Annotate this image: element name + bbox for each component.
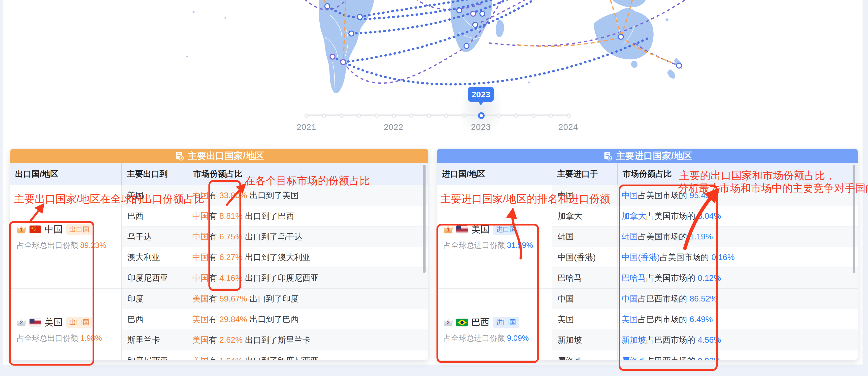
timeline-dot[interactable] [531,114,536,118]
target-country: 巴西 [122,309,188,329]
new-zealand-south-shape [667,69,675,79]
timeline-dot[interactable] [305,114,309,118]
market-share-sentence: 中国(香港)占美国市场的0.16% [618,247,858,267]
table-row: 新加坡新加坡占巴西市场的4.56% [552,330,858,350]
actor-country: 中国 [192,252,209,263]
actor-country: 加拿大 [622,211,646,222]
market-share-sentence: 加拿大占美国市场的3.04% [618,206,858,226]
import-table-scrollbar[interactable] [852,165,855,273]
target-country: 斯里兰卡 [122,330,188,350]
actor-country: 美国 [622,314,638,325]
market-share-sentence: 中国有6.27%出口到了澳大利亚 [188,247,428,267]
export-group-rows: 美国中国有33.80%出口到了美国 巴西中国有8.81%出口到了巴西 乌干达中国… [122,185,428,288]
market-share-sentence: 美国有29.84%出口到了巴西 [188,309,428,329]
market-share-sentence: 美国占巴西市场的6.49% [618,309,858,329]
share-percent: 29.84% [219,315,247,324]
source-country: 中国(香港) [552,247,618,267]
rank-2-badge: 2 [443,318,453,326]
global-share-percent: 31.59% [507,241,533,250]
timeline-dot[interactable] [549,114,553,118]
col-header-export-to: 主要出口到 [122,163,188,185]
table-row: 印度尼西亚美国有1.64%出口到了印度尼西亚 [122,350,428,360]
timeline-dot[interactable] [339,114,344,118]
timeline-dot[interactable] [444,114,448,118]
exporter-type-badge: 出口国 [66,224,92,235]
export-group-usa: 2 美国 出口国 占全球总出口份额1.98% 印度美国有59.67%出口到了印度… [10,289,428,360]
importer-type-badge: 进口国 [493,224,519,235]
share-percent: 86.52% [690,294,717,303]
market-share-sentence: 美国有1.64%出口到了印度尼西亚 [188,350,428,360]
export-ranking-icon [175,151,184,161]
svg-text:★: ★ [34,230,35,231]
share-percent: 2.62% [219,335,243,345]
table-row: 巴西美国有29.84%出口到了巴西 [122,309,428,330]
timeline-dot[interactable] [409,114,413,118]
world-trade-map [0,0,868,135]
group-country-name: 巴西 [471,316,490,328]
share-percent: 8.81% [219,211,243,221]
south-america-shape [319,0,374,93]
actor-country: 中国 [192,190,209,201]
timeline-dot[interactable] [514,114,518,118]
global-share-line: 占全球总出口份额1.98% [17,333,121,344]
export-table-header: 主要出口国家/地区 [10,149,428,163]
export-column-headers: 出口国/地区 主要出口到 市场份额占比 [10,163,428,185]
market-share-sentence: 中国有33.80%出口到了美国 [188,185,428,206]
export-table-card: 主要出口国家/地区 出口国/地区 主要出口到 市场份额占比 1 ★★★★★ 中国… [10,148,429,360]
actor-country: 中国 [622,293,638,305]
table-row: 巴西中国有8.81%出口到了巴西 [122,206,428,227]
rank-1-crown-badge: 1 [17,226,26,233]
actor-country: 中国 [192,211,209,222]
market-share-sentence: 中国占美国市场的95.49% [618,185,858,206]
timeline-dot[interactable] [427,114,431,118]
table-row: 美国中国有33.80%出口到了美国 [122,185,428,206]
global-share-line: 占全球总进口份额9.09% [443,333,552,344]
china-flag-icon: ★★★★★ [30,226,41,233]
import-group-brazil: 2 巴西 进口国 占全球总进口份额9.09% 中国中国占巴西市场的86.52% … [437,289,858,360]
timeline-dot[interactable] [322,114,326,118]
share-percent: 6.27% [219,253,243,262]
rank-2-badge: 2 [17,318,26,326]
market-share-sentence: 中国有6.75%出口到了乌干达 [188,227,428,247]
actor-country: 中国(香港) [622,252,660,263]
share-percent: 6.75% [219,232,243,241]
import-group-cell: 1 美国 进口国 占全球总进口份额31.59% [437,185,552,288]
share-percent: 33.80% [219,191,247,200]
source-country: 中国 [552,289,618,309]
col-header-market-share: 市场份额占比 [188,163,428,185]
timeline-dot[interactable] [357,114,361,118]
timeline-dot[interactable] [462,114,466,118]
table-row: 加拿大加拿大占美国市场的3.04% [552,206,858,227]
usa-flag-icon [30,319,41,326]
table-row: 摩洛哥摩洛哥占巴西市场的0.93% [552,350,858,360]
market-share-sentence: 中国占巴西市场的86.52% [618,289,858,309]
trade-dashboard-page: 2021 2022 2023 2024 2023 主要出口国家/地区 出口国/地… [0,0,868,376]
global-share-percent: 89.23% [80,241,106,250]
market-share-sentence: 美国有59.67%出口到了印度 [188,289,428,309]
timeline-dot[interactable] [374,114,379,118]
target-country: 澳大利亚 [122,247,188,267]
market-share-sentence: 中国有8.81%出口到了巴西 [188,206,428,226]
import-group-usa: 1 美国 进口国 占全球总进口份额31.59% 中国中国占美国市场的95.49%… [437,185,858,289]
timeline-dot[interactable] [497,114,501,118]
source-country: 美国 [552,309,618,329]
import-table-card: 主要进口国家/地区 进口国/地区 主要进口于 市场份额占比 1 美国 进口国 占… [437,148,858,360]
madagascar-shape [496,20,504,37]
exporter-type-badge: 出口国 [66,317,92,328]
actor-country: 中国 [622,190,638,201]
timeline-dot[interactable] [566,114,571,118]
share-percent: 4.56% [698,335,721,345]
table-row: 印度尼西亚中国有4.16%出口到了印度尼西亚 [122,268,428,288]
brazil-flag-icon [456,319,468,326]
timeline-dot-active-2023[interactable] [478,112,485,119]
table-row: 韩国韩国占美国市场的1.19% [552,227,858,247]
map-svg [0,0,868,135]
timeline-dot[interactable] [392,114,396,118]
source-country: 中国 [552,185,618,206]
import-group-rows: 中国中国占美国市场的95.49% 加拿大加拿大占美国市场的3.04% 韩国韩国占… [552,185,858,288]
table-row: 澳大利亚中国有6.27%出口到了澳大利亚 [122,247,428,268]
export-table-scrollbar[interactable] [423,165,426,273]
map-landmasses [186,0,682,93]
svg-text:★: ★ [31,227,34,230]
importer-type-badge: 进口国 [493,317,519,328]
